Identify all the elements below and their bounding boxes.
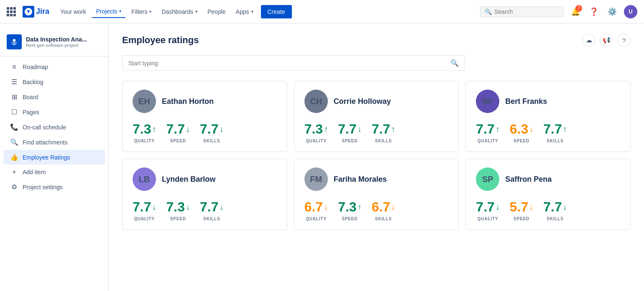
sidebar-item-board[interactable]: ⊞ Board bbox=[3, 90, 105, 104]
page-header: Employee ratings ☁ 📢 ? bbox=[122, 33, 631, 47]
sidebar-item-label: Add item bbox=[23, 169, 46, 175]
ratings-row: 7.3↑ QUALITY 7.7↓ SPEED 7.7↑ SKILLS bbox=[304, 121, 449, 143]
rating-arrow: ↓ bbox=[391, 202, 395, 212]
rating-label: SPEED bbox=[514, 216, 529, 221]
ratings-row: 7.7↓ QUALITY 7.3↓ SPEED 7.7↓ SKILLS bbox=[133, 199, 277, 221]
sidebar-item-attachments[interactable]: 🔍 Find attachments bbox=[3, 135, 105, 149]
nav-apps[interactable]: Apps▾ bbox=[232, 6, 258, 18]
employee-card: EH Eathan Horton 7.3↑ QUALITY 7.7↓ SPEED bbox=[122, 81, 287, 152]
sidebar-item-label: Backlog bbox=[23, 79, 43, 85]
rating-label: SPEED bbox=[342, 139, 358, 143]
page-header-icons: ☁ 📢 ? bbox=[582, 33, 631, 47]
rating-value: 7.7↓ bbox=[200, 199, 223, 215]
employee-name: Bert Franks bbox=[505, 97, 547, 106]
rating-label: QUALITY bbox=[478, 139, 498, 143]
rating-value: 7.7↓ bbox=[338, 121, 361, 137]
rating-arrow: ↑ bbox=[391, 124, 395, 134]
search-bar-container: 🔍 bbox=[122, 55, 631, 71]
help-button-header[interactable]: ? bbox=[617, 33, 631, 47]
user-avatar[interactable]: U bbox=[624, 5, 637, 18]
create-button[interactable]: Create bbox=[261, 5, 292, 18]
sidebar-item-pages[interactable]: ☐ Pages bbox=[3, 105, 105, 119]
employee-card: LB Lynden Barlow 7.7↓ QUALITY 7.3↓ SPEED bbox=[122, 159, 287, 230]
rating-arrow: ↓ bbox=[186, 124, 190, 134]
rating-label: QUALITY bbox=[134, 216, 155, 221]
attachments-icon: 🔍 bbox=[10, 138, 18, 146]
rating-value: 6.7↓ bbox=[372, 199, 395, 215]
nav-people[interactable]: People bbox=[203, 6, 230, 18]
rating-label: QUALITY bbox=[306, 216, 327, 221]
rating-value: 7.3↑ bbox=[338, 199, 361, 215]
employee-name: Lynden Barlow bbox=[162, 175, 215, 184]
rating-item: 7.7↓ SKILLS bbox=[200, 121, 223, 143]
pages-icon: ☐ bbox=[10, 108, 18, 116]
ratings-row: 7.3↑ QUALITY 7.7↓ SPEED 7.7↓ SKILLS bbox=[133, 121, 277, 143]
rating-arrow: ↓ bbox=[324, 202, 328, 212]
sidebar-item-backlog[interactable]: ☰ Backlog bbox=[3, 75, 105, 89]
nav-your-work[interactable]: Your work bbox=[56, 6, 90, 18]
rating-value: 7.7↓ bbox=[133, 199, 156, 215]
project-icon bbox=[7, 34, 22, 49]
rating-label: SPEED bbox=[342, 216, 358, 221]
rating-item: 7.7↓ SKILLS bbox=[543, 199, 567, 221]
rating-item: 7.3↑ QUALITY bbox=[133, 121, 156, 143]
search-box[interactable]: 🔍 bbox=[480, 6, 564, 17]
nav-dashboards[interactable]: Dashboards▾ bbox=[157, 6, 202, 18]
rating-item: 7.7↑ QUALITY bbox=[476, 121, 499, 143]
roadmap-icon: ≡ bbox=[10, 63, 18, 71]
employee-name: Corrie Holloway bbox=[334, 97, 391, 106]
add-item-icon: + bbox=[10, 168, 18, 176]
ratings-row: 7.7↑ QUALITY 6.3↓ SPEED 7.7↑ SKILLS bbox=[476, 121, 620, 143]
rating-arrow: ↓ bbox=[529, 202, 533, 212]
settings-button[interactable]: ⚙️ bbox=[606, 5, 619, 18]
rating-value: 7.7↓ bbox=[166, 121, 189, 137]
employee-search-bar[interactable]: 🔍 bbox=[122, 55, 465, 71]
search-bar-icon: 🔍 bbox=[450, 59, 459, 67]
cloud-upload-button[interactable]: ☁ bbox=[582, 33, 595, 47]
app-switcher-button[interactable] bbox=[7, 7, 16, 16]
search-input[interactable] bbox=[494, 8, 559, 15]
nav-projects[interactable]: Projects▾ bbox=[92, 5, 126, 18]
notifications-button[interactable]: 🔔 7 bbox=[569, 5, 582, 18]
rating-item: 7.7↓ QUALITY bbox=[133, 199, 156, 221]
rating-label: SKILLS bbox=[547, 139, 563, 143]
rating-item: 7.7↓ QUALITY bbox=[476, 199, 499, 221]
employee-cards-grid: EH Eathan Horton 7.3↑ QUALITY 7.7↓ SPEED bbox=[122, 81, 631, 230]
rating-label: SPEED bbox=[170, 139, 186, 143]
sidebar-item-label: Employee Ratings bbox=[23, 154, 70, 161]
nav-filters[interactable]: Filters▾ bbox=[127, 6, 156, 18]
sidebar-item-employee-ratings[interactable]: 👍 Employee Ratings bbox=[3, 150, 105, 165]
app-body: Data Inspection Ana... Next-gen software… bbox=[0, 23, 644, 291]
employee-avatar: FM bbox=[304, 167, 328, 191]
rating-item: 7.7↓ SPEED bbox=[338, 121, 361, 143]
rating-item: 7.3↑ SPEED bbox=[338, 199, 361, 221]
sidebar-item-project-settings[interactable]: ⚙ Project settings bbox=[3, 180, 105, 194]
rating-arrow: ↓ bbox=[186, 202, 190, 212]
sidebar-item-add-item[interactable]: + Add item bbox=[3, 165, 105, 179]
help-button[interactable]: ❓ bbox=[587, 5, 601, 18]
rating-label: QUALITY bbox=[134, 139, 155, 143]
nav-left: Jira Your work Projects▾ Filters▾ Dashbo… bbox=[7, 5, 292, 18]
employee-search-input[interactable] bbox=[128, 60, 450, 67]
svg-rect-2 bbox=[13, 44, 16, 45]
rating-value: 5.7↓ bbox=[510, 199, 533, 215]
rating-arrow: ↓ bbox=[529, 124, 533, 134]
sidebar-item-on-call[interactable]: 📞 On-call schedule bbox=[3, 120, 105, 134]
rating-value: 7.7↓ bbox=[476, 199, 499, 215]
rating-item: 6.3↓ SPEED bbox=[510, 121, 533, 143]
rating-arrow: ↑ bbox=[358, 202, 362, 212]
jira-logo[interactable]: Jira bbox=[23, 6, 49, 18]
rating-item: 5.7↓ SPEED bbox=[510, 199, 533, 221]
rating-label: SKILLS bbox=[375, 216, 392, 221]
rating-value: 7.3↑ bbox=[133, 121, 156, 137]
page-title: Employee ratings bbox=[122, 35, 199, 46]
rating-value: 7.7↓ bbox=[543, 199, 567, 215]
employee-name: Saffron Pena bbox=[505, 175, 552, 184]
rating-arrow: ↓ bbox=[219, 202, 223, 212]
sidebar-project-info: Data Inspection Ana... Next-gen software… bbox=[26, 36, 87, 48]
sidebar-item-label: On-call schedule bbox=[23, 124, 66, 131]
rating-label: QUALITY bbox=[478, 216, 498, 221]
notification-badge: 7 bbox=[575, 5, 582, 12]
sidebar-item-roadmap[interactable]: ≡ Roadmap bbox=[3, 60, 105, 74]
megaphone-button[interactable]: 📢 bbox=[600, 33, 613, 47]
